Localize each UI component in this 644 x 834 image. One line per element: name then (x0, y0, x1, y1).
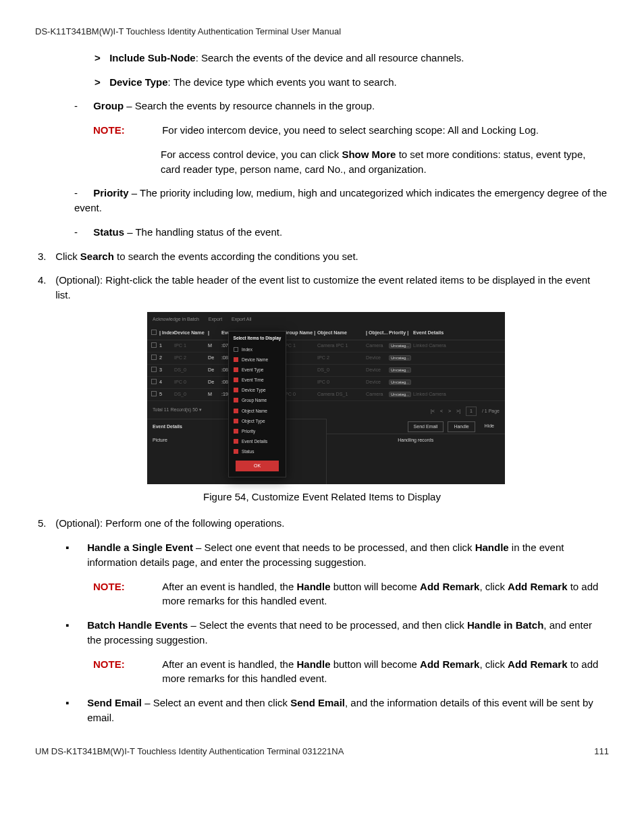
table-row[interactable]: 4IPC 0De:08:53Encoding D...IPC 0DeviceUn… (147, 377, 505, 389)
page-input[interactable]: 1 (466, 407, 477, 416)
dash-icon: - (74, 225, 90, 240)
handle-button[interactable]: Handle (448, 421, 475, 432)
include-subnode-label: Include Sub-Node (109, 52, 196, 63)
checkbox-icon[interactable] (234, 449, 238, 454)
column-toggle-item[interactable]: Status (229, 446, 286, 457)
hide-button[interactable]: Hide (479, 421, 500, 432)
search-label: Search (80, 251, 114, 262)
checkbox-icon[interactable] (234, 398, 238, 402)
note1-line1: For video intercom device, you need to s… (162, 123, 603, 138)
pager-prev-icon[interactable]: < (440, 408, 443, 415)
checkbox-icon[interactable] (234, 357, 238, 362)
table-row[interactable]: 2IPC 2De:08:35Encoding D...IPC 2DeviceUn… (147, 353, 505, 365)
column-toggle-item[interactable]: Index (229, 344, 286, 355)
row-checkbox[interactable] (151, 367, 157, 372)
device-type-text: : The device type which events you want … (168, 76, 397, 88)
footer-left: UM DS-K1T341BM(W)I-T Touchless Identity … (35, 746, 344, 758)
row-checkbox[interactable] (151, 342, 157, 348)
priority-label: Priority (93, 187, 129, 199)
bullet-icon: ▪ (65, 696, 84, 710)
priority-text: – The priority including low, medium, hi… (74, 187, 607, 213)
row-checkbox[interactable] (151, 355, 157, 360)
table-row[interactable]: 1IPC 1M:07:52Encoding D...IPC 1Camera IP… (147, 340, 505, 353)
bullet-send-email: ▪ Send Email – Select an event and then … (65, 696, 609, 725)
checkbox-icon[interactable] (234, 347, 238, 352)
status-item: - Status – The handling status of the ev… (74, 225, 609, 240)
bullet-icon: ▪ (65, 618, 84, 633)
table-header[interactable]: | Index | Device Name | Event Type Event… (147, 327, 505, 340)
bullet-batch-handle: ▪ Batch Handle Events – Select the event… (65, 618, 609, 648)
checkbox-icon[interactable] (234, 419, 238, 423)
group-label: Group (93, 100, 124, 111)
status-text: – The handling status of the event. (124, 226, 282, 238)
include-subnode-text: : Search the events of the device and al… (196, 52, 464, 63)
show-more-label: Show More (342, 149, 396, 160)
export-button[interactable]: Export (209, 317, 222, 321)
checkbox-icon[interactable] (234, 367, 238, 372)
column-toggle-item[interactable]: Priority (229, 426, 286, 436)
figure-caption: Figure 54, Customize Event Related Items… (35, 490, 609, 504)
device-type-item: > Device Type: The device type which eve… (95, 75, 609, 90)
checkbox-icon[interactable] (234, 409, 238, 413)
pager-next-icon[interactable]: > (448, 408, 451, 415)
checkbox-all[interactable] (151, 330, 157, 335)
group-item: - Group – Search the events by resource … (74, 99, 609, 113)
page-header: DS-K11T341BM(W)I-T Touchless Identity Au… (35, 26, 609, 38)
table-row[interactable]: 5DS_0M:19:19Encoding D...IPC 0Camera DS_… (147, 389, 505, 401)
step-3: 3. Click Search to search the events acc… (35, 249, 609, 264)
footer-pagenum: 111 (594, 746, 609, 758)
bullet-handle-single: ▪ Handle a Single Event – Select one eve… (65, 540, 609, 570)
column-selector-dropdown[interactable]: Select Items to Display IndexDevice Name… (228, 331, 286, 477)
handling-records: Handling records (327, 434, 506, 463)
ack-batch-button[interactable]: Acknowledge in Batch (153, 317, 199, 321)
chevron-icon: > (95, 51, 107, 66)
row-checkbox[interactable] (151, 379, 157, 384)
page-footer: UM DS-K1T341BM(W)I-T Touchless Identity … (35, 746, 609, 758)
column-toggle-item[interactable]: Group Name (229, 395, 286, 405)
priority-item: - Priority – The priority including low,… (74, 186, 609, 215)
column-toggle-item[interactable]: Event Details (229, 436, 286, 446)
column-toggle-item[interactable]: Device Name (229, 355, 286, 365)
column-toggle-item[interactable]: Object Name (229, 406, 286, 416)
bullet2-note: NOTE: After an event is handled, the Han… (93, 657, 609, 687)
shot-toolbar: Acknowledge in Batch Export Export All (147, 312, 505, 327)
checkbox-icon[interactable] (234, 429, 238, 434)
dash-icon: - (74, 186, 90, 201)
group-text: – Search the events by resource channels… (124, 100, 375, 111)
send-email-button[interactable]: Send Email (408, 421, 444, 432)
pager-last-icon[interactable]: >| (456, 408, 460, 415)
column-toggle-item[interactable]: Event Time (229, 375, 286, 385)
figure-54: Acknowledge in Batch Export Export All |… (147, 312, 609, 484)
chevron-icon: > (95, 75, 107, 90)
checkbox-icon[interactable] (234, 377, 238, 382)
note-label: NOTE: (93, 123, 132, 138)
column-toggle-item[interactable]: Device Type (229, 385, 286, 395)
column-toggle-item[interactable]: Event Type (229, 365, 286, 375)
sub-node-item: > Include Sub-Node: Search the events of… (95, 51, 609, 66)
step-4: 4. (Optional): Right-click the table hea… (35, 273, 609, 303)
ok-button[interactable]: OK (236, 461, 279, 471)
dash-icon: - (74, 99, 90, 113)
export-all-button[interactable]: Export All (232, 317, 252, 321)
row-checkbox[interactable] (151, 391, 157, 396)
device-type-label: Device Type (109, 76, 167, 88)
bullet-icon: ▪ (65, 540, 84, 555)
pager-first-icon[interactable]: |< (431, 408, 435, 415)
note-block-1: NOTE: For video intercom device, you nee… (93, 123, 609, 138)
bullet1-note: NOTE: After an event is handled, the Han… (93, 579, 609, 609)
checkbox-icon[interactable] (234, 439, 238, 444)
status-label: Status (93, 226, 124, 238)
table-row[interactable]: 3DS_0De:08:35Encoding D...DS_0DeviceUnca… (147, 365, 505, 377)
step-5: 5. (Optional): Perform one of the follow… (35, 516, 609, 531)
note1-line2: For access control device, you can click… (161, 147, 599, 177)
column-toggle-item[interactable]: Object Type (229, 416, 286, 426)
checkbox-icon[interactable] (234, 388, 238, 392)
